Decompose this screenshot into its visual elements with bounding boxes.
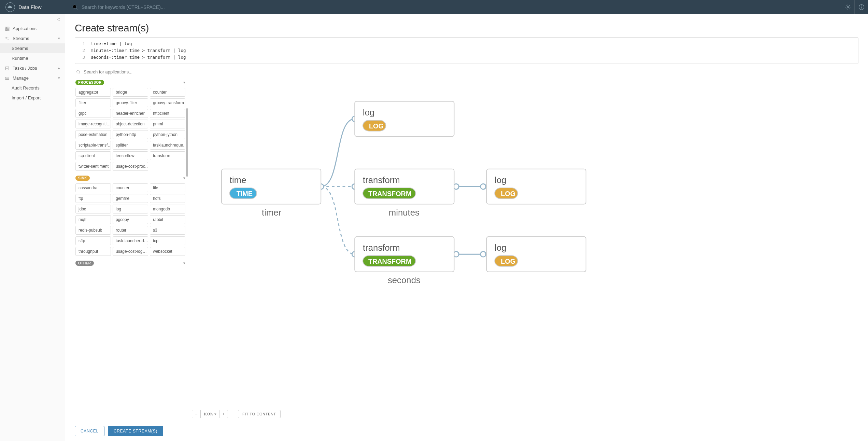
app-chip[interactable]: groovy-filter: [113, 98, 148, 107]
group-label-minutes: minutes: [389, 208, 419, 217]
top-bar: Data Flow: [0, 0, 868, 14]
app-chip[interactable]: header-enricher: [113, 109, 148, 118]
nav-label: Manage: [13, 75, 29, 81]
app-chip[interactable]: counter: [150, 88, 185, 97]
app-chip[interactable]: log: [113, 205, 148, 213]
stream-dsl-editor[interactable]: 123 timer=time | log minutes=:timer.time…: [75, 37, 858, 64]
svg-rect-13: [7, 29, 8, 30]
nav-label: Streams: [13, 36, 29, 41]
app-chip[interactable]: hdfs: [150, 194, 185, 203]
sidebar: ApplicationsStreams▾StreamsRuntimeTasks …: [0, 14, 65, 441]
global-search[interactable]: [65, 4, 841, 10]
canvas-toolbar: − 100%▾ + FIT TO CONTENT: [192, 410, 281, 418]
sidebar-item-applications[interactable]: Applications: [0, 24, 65, 33]
sidebar-item-audit-records[interactable]: Audit Records: [0, 83, 65, 93]
app-chip[interactable]: mqtt: [75, 215, 111, 224]
app-chip[interactable]: cassandra: [75, 183, 111, 192]
app-chip[interactable]: pmml: [150, 120, 185, 128]
app-chip[interactable]: file: [150, 183, 185, 192]
sidebar-item-runtime[interactable]: Runtime: [0, 53, 65, 63]
app-chip[interactable]: filter: [75, 98, 111, 107]
zoom-in-button[interactable]: +: [219, 410, 228, 418]
svg-rect-8: [8, 27, 9, 28]
zoom-level[interactable]: 100%▾: [200, 410, 219, 418]
app-chip[interactable]: tasklaunchreque…: [150, 141, 185, 150]
svg-rect-15: [5, 67, 9, 70]
app-chip[interactable]: splitter: [113, 141, 148, 150]
node-transform-seconds[interactable]: transformTRANSFORM: [355, 237, 454, 272]
app-chip[interactable]: aggregator: [75, 88, 111, 97]
flow-canvas[interactable]: timeTIME timer logLOG transformTRANSFORM…: [189, 67, 858, 421]
svg-text:log: log: [363, 108, 374, 117]
app-chip[interactable]: python-jython: [150, 130, 185, 139]
node-time[interactable]: timeTIME: [222, 169, 321, 204]
palette-search-input[interactable]: [84, 69, 185, 74]
global-search-input[interactable]: [82, 4, 834, 10]
chevron-down-icon: ▾: [183, 80, 185, 85]
palette-section-processor[interactable]: PROCESSOR▾: [75, 79, 186, 86]
palette-search[interactable]: [75, 67, 186, 77]
zoom-out-button[interactable]: −: [192, 410, 200, 418]
search-icon: [76, 70, 81, 74]
sidebar-item-import-export[interactable]: Import / Export: [0, 93, 65, 103]
sidebar-item-streams[interactable]: Streams: [0, 43, 65, 53]
app-chip[interactable]: pose-estimation: [75, 130, 111, 139]
settings-button[interactable]: [841, 0, 854, 14]
brand[interactable]: Data Flow: [0, 0, 65, 14]
fit-to-content-button[interactable]: FIT TO CONTENT: [238, 410, 281, 418]
app-chip[interactable]: mongodb: [150, 205, 185, 213]
node-log-seconds[interactable]: logLOG: [487, 237, 586, 272]
app-chip[interactable]: transform: [150, 151, 185, 160]
app-chip[interactable]: image-recogniti…: [75, 120, 111, 128]
collapse-sidebar-button[interactable]: [55, 15, 63, 24]
chevron-double-left-icon: [56, 17, 61, 22]
app-chip[interactable]: task-launcher-d…: [113, 236, 148, 245]
chevron-down-icon: ▾: [183, 261, 185, 265]
cancel-button[interactable]: CANCEL: [75, 426, 104, 436]
app-chip[interactable]: sftp: [75, 236, 111, 245]
svg-rect-6: [5, 27, 6, 28]
app-chip[interactable]: pgcopy: [113, 215, 148, 224]
chevron-down-icon: ▾: [183, 176, 185, 180]
sidebar-item-tasks-jobs[interactable]: Tasks / Jobs▸: [0, 63, 65, 73]
palette-section-other[interactable]: OTHER▾: [75, 259, 186, 267]
app-chip[interactable]: bridge: [113, 88, 148, 97]
sidebar-item-manage[interactable]: Manage▾: [0, 73, 65, 83]
app-chip[interactable]: python-http: [113, 130, 148, 139]
app-chip[interactable]: redis-pubsub: [75, 226, 111, 235]
app-chip[interactable]: gemfire: [113, 194, 148, 203]
app-chip[interactable]: s3: [150, 226, 185, 235]
app-chip[interactable]: usage-cost-log…: [113, 247, 148, 256]
brand-logo-icon: [5, 2, 15, 12]
app-chip[interactable]: grpc: [75, 109, 111, 118]
app-chip[interactable]: tcp: [150, 236, 185, 245]
create-streams-button[interactable]: CREATE STREAM(S): [108, 426, 163, 436]
app-chip[interactable]: jdbc: [75, 205, 111, 213]
app-chip[interactable]: ftp: [75, 194, 111, 203]
node-log-top[interactable]: logLOG: [355, 101, 454, 137]
app-chip[interactable]: tcp-client: [75, 151, 111, 160]
palette-section-sink[interactable]: SINK▾: [75, 174, 186, 182]
app-chip[interactable]: twitter-sentiment: [75, 162, 111, 171]
node-transform-minutes[interactable]: transformTRANSFORM: [355, 169, 454, 204]
info-button[interactable]: [854, 0, 868, 14]
app-chip[interactable]: rabbit: [150, 215, 185, 224]
node-log-minutes[interactable]: logLOG: [487, 169, 586, 204]
app-chip[interactable]: counter: [113, 183, 148, 192]
app-chip[interactable]: websocket: [150, 247, 185, 256]
scrollbar[interactable]: [186, 108, 188, 177]
gear-icon: [845, 4, 851, 10]
svg-text:TIME: TIME: [237, 190, 253, 197]
sidebar-item-streams[interactable]: Streams▾: [0, 33, 65, 43]
app-chip[interactable]: throughput: [75, 247, 111, 256]
app-chip[interactable]: groovy-transform: [150, 98, 185, 107]
app-chip[interactable]: usage-cost-proc…: [113, 162, 148, 171]
app-chip[interactable]: scriptable-transf…: [75, 141, 111, 150]
app-chip[interactable]: object-detection: [113, 120, 148, 128]
app-chip[interactable]: router: [113, 226, 148, 235]
brand-name: Data Flow: [18, 4, 42, 10]
svg-text:LOG: LOG: [501, 190, 515, 197]
svg-text:TRANSFORM: TRANSFORM: [368, 258, 411, 265]
app-chip[interactable]: tensorflow: [113, 151, 148, 160]
app-chip[interactable]: httpclient: [150, 109, 185, 118]
